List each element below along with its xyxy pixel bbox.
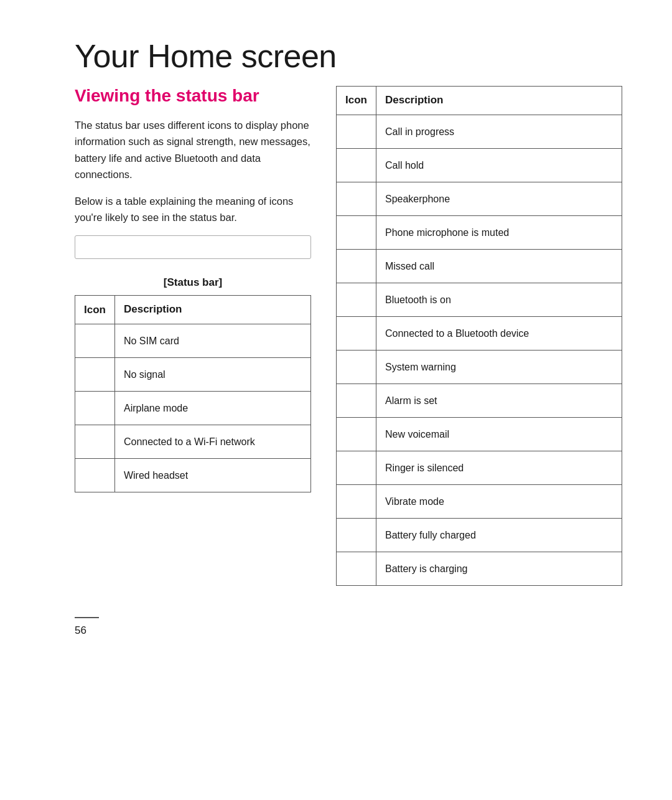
right-icon-cell-1: [337, 148, 376, 182]
right-icon-cell-2: [337, 182, 376, 215]
right-table-row: Bluetooth is on: [337, 283, 622, 316]
right-desc-cell-13: Battery is charging: [376, 552, 622, 585]
right-desc-cell-11: Vibrate mode: [376, 484, 622, 518]
right-icon-cell-11: [337, 484, 376, 518]
right-icon-cell-13: [337, 552, 376, 585]
right-desc-cell-8: Alarm is set: [376, 384, 622, 417]
right-icon-cell-0: [337, 115, 376, 148]
right-table-header-desc: Description: [376, 87, 622, 115]
right-table-row: Alarm is set: [337, 384, 622, 417]
right-table-row: Battery fully charged: [337, 518, 622, 552]
right-table-row: Missed call: [337, 249, 622, 283]
right-icon-cell-9: [337, 417, 376, 451]
right-desc-cell-10: Ringer is silenced: [376, 451, 622, 484]
right-table-row: Connected to a Bluetooth device: [337, 316, 622, 350]
right-desc-cell-6: Connected to a Bluetooth device: [376, 316, 622, 350]
right-icon-cell-8: [337, 384, 376, 417]
right-icon-cell-6: [337, 316, 376, 350]
right-desc-cell-4: Missed call: [376, 249, 622, 283]
right-icon-cell-3: [337, 215, 376, 249]
left-table-header-desc: Description: [114, 296, 310, 324]
left-desc-cell-4: Wired headset: [114, 458, 310, 492]
right-icon-cell-10: [337, 451, 376, 484]
right-table-row: Phone microphone is muted: [337, 215, 622, 249]
left-icon-cell-2: [75, 391, 115, 425]
page-number: 56: [75, 624, 86, 636]
right-icon-cell-7: [337, 350, 376, 384]
left-column: Viewing the status bar The status bar us…: [75, 86, 311, 492]
left-icon-cell-4: [75, 458, 115, 492]
description-para1: The status bar uses different icons to d…: [75, 117, 311, 183]
right-desc-cell-12: Battery fully charged: [376, 518, 622, 552]
section-heading: Viewing the status bar: [75, 86, 311, 106]
left-table-row: No signal: [75, 357, 311, 391]
right-column: Icon Description Call in progress Call h…: [336, 86, 622, 586]
right-table-row: New voicemail: [337, 417, 622, 451]
right-table: Icon Description Call in progress Call h…: [336, 86, 622, 586]
page-number-area: 56: [75, 617, 99, 637]
right-table-row: Speakerphone: [337, 182, 622, 215]
left-desc-cell-3: Connected to a Wi-Fi network: [114, 425, 310, 458]
right-icon-cell-5: [337, 283, 376, 316]
left-table-row: Airplane mode: [75, 391, 311, 425]
search-box[interactable]: [75, 235, 311, 259]
right-table-row: Vibrate mode: [337, 484, 622, 518]
right-table-row: System warning: [337, 350, 622, 384]
right-desc-cell-1: Call hold: [376, 148, 622, 182]
right-desc-cell-0: Call in progress: [376, 115, 622, 148]
left-table-row: No SIM card: [75, 324, 311, 357]
right-desc-cell-2: Speakerphone: [376, 182, 622, 215]
right-table-row: Battery is charging: [337, 552, 622, 585]
left-table-row: Connected to a Wi-Fi network: [75, 425, 311, 458]
right-desc-cell-5: Bluetooth is on: [376, 283, 622, 316]
left-desc-cell-2: Airplane mode: [114, 391, 310, 425]
page-title: Your Home screen: [75, 37, 622, 75]
right-desc-cell-9: New voicemail: [376, 417, 622, 451]
right-desc-cell-3: Phone microphone is muted: [376, 215, 622, 249]
left-table-header-icon: Icon: [75, 296, 115, 324]
left-desc-cell-0: No SIM card: [114, 324, 310, 357]
left-table-row: Wired headset: [75, 458, 311, 492]
description-para2: Below is a table explaining the meaning …: [75, 193, 311, 226]
left-desc-cell-1: No signal: [114, 357, 310, 391]
right-table-header-icon: Icon: [337, 87, 376, 115]
right-table-row: Ringer is silenced: [337, 451, 622, 484]
right-icon-cell-4: [337, 249, 376, 283]
right-table-row: Call in progress: [337, 115, 622, 148]
left-table: Icon Description No SIM card No signal A…: [75, 295, 311, 492]
left-icon-cell-3: [75, 425, 115, 458]
left-icon-cell-0: [75, 324, 115, 357]
right-desc-cell-7: System warning: [376, 350, 622, 384]
left-icon-cell-1: [75, 357, 115, 391]
right-table-row: Call hold: [337, 148, 622, 182]
right-icon-cell-12: [337, 518, 376, 552]
status-bar-label: [Status bar]: [75, 276, 311, 289]
